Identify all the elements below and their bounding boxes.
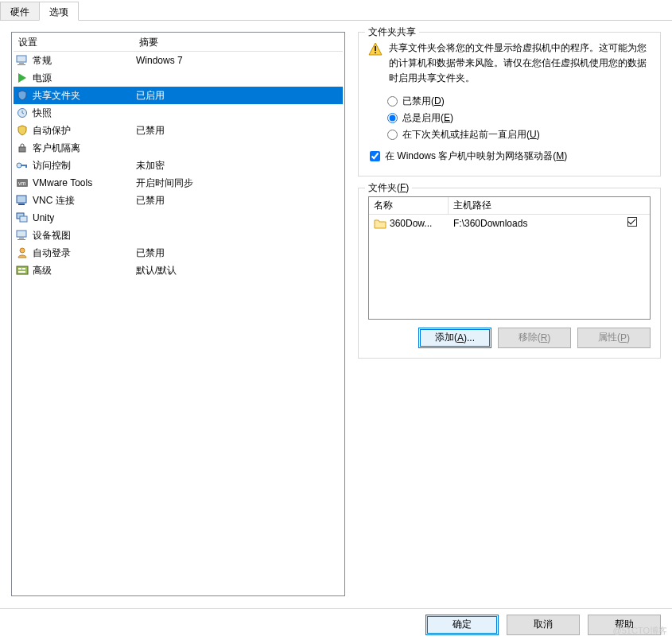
svg-point-18 [20, 248, 25, 253]
svg-rect-0 [17, 56, 26, 62]
row-summary: 开启时间同步 [136, 176, 343, 190]
header-setting[interactable]: 设置 [14, 36, 134, 49]
remove-button[interactable]: 移除(R) [498, 328, 571, 348]
row-label: 高级 [31, 264, 136, 277]
settings-list: 设置 摘要 常规 Windows 7 电源 共享文件夹 已启用 快照 [11, 32, 345, 596]
row-guest-isolation[interactable]: 客户机隔离 [14, 139, 343, 157]
advanced-icon [15, 264, 29, 277]
folder-row-path: F:\360Downloads [449, 215, 627, 232]
row-label: 共享文件夹 [31, 89, 136, 103]
add-button[interactable]: 添加(A)... [418, 328, 491, 348]
folders-group: 文件夹(F) 名称 主机路径 360Dow... F:\360Downloads [358, 188, 661, 359]
svg-rect-17 [17, 239, 25, 240]
shield-folder-icon [15, 89, 29, 102]
row-label: 快照 [31, 107, 136, 120]
user-icon [15, 246, 29, 259]
radio-always-enabled[interactable]: 总是启用(E) [387, 111, 651, 125]
row-summary: 未加密 [136, 159, 343, 173]
vm-icon: vm [15, 176, 29, 189]
row-label: 客户机隔离 [31, 142, 136, 155]
row-autoprotect[interactable]: 自动保护 已禁用 [14, 122, 343, 139]
col-name[interactable]: 名称 [369, 197, 449, 214]
row-general[interactable]: 常规 Windows 7 [14, 52, 343, 69]
row-label: 访问控制 [31, 159, 136, 173]
row-summary: 已禁用 [136, 194, 343, 208]
svg-rect-19 [17, 266, 28, 274]
row-label: Unity [31, 212, 136, 223]
svg-rect-15 [17, 231, 26, 237]
warning-icon [368, 42, 383, 56]
svg-rect-22 [18, 271, 25, 273]
row-summary: Windows 7 [136, 55, 343, 66]
dialog-footer: 确定 取消 帮助 @51CTO博客 [0, 608, 672, 640]
checkbox-checked-icon [627, 217, 637, 227]
folder-row[interactable]: 360Dow... F:\360Downloads [369, 215, 650, 232]
col-path[interactable]: 主机路径 [449, 197, 627, 214]
row-label: 设备视图 [31, 229, 136, 242]
tab-hardware[interactable]: 硬件 [0, 2, 40, 20]
svg-rect-16 [19, 238, 24, 239]
header-summary[interactable]: 摘要 [134, 36, 343, 49]
row-access-control[interactable]: 访问控制 未加密 [14, 157, 343, 174]
row-label: 常规 [31, 54, 136, 68]
radio-until-poweroff[interactable]: 在下次关机或挂起前一直启用(U) [387, 128, 651, 142]
clock-icon [15, 107, 29, 119]
svg-rect-1 [19, 63, 24, 64]
row-autologin[interactable]: 自动登录 已禁用 [14, 244, 343, 262]
folder-row-name: 360Dow... [369, 215, 449, 232]
share-group-title: 文件夹共享 [365, 25, 419, 39]
row-advanced[interactable]: 高级 默认/默认 [14, 262, 343, 279]
radio-until-poweroff-label: 在下次关机或挂起前一直启用(U) [402, 128, 540, 142]
cancel-button[interactable]: 取消 [507, 615, 580, 635]
list-header: 设置 摘要 [14, 34, 343, 52]
check-map-drive-input[interactable] [370, 151, 380, 161]
svg-rect-24 [375, 46, 376, 51]
folder-table[interactable]: 名称 主机路径 360Dow... F:\360Downloads [368, 196, 651, 320]
row-vnc[interactable]: VNC 连接 已禁用 [14, 192, 343, 209]
svg-rect-25 [375, 52, 376, 54]
row-shared-folders[interactable]: 共享文件夹 已启用 [14, 87, 343, 104]
tab-bar: 硬件 选项 [0, 0, 672, 21]
row-device-view[interactable]: 设备视图 [14, 227, 343, 244]
properties-button[interactable]: 属性(P) [577, 328, 651, 348]
help-button[interactable]: 帮助 [588, 615, 661, 635]
check-map-drive[interactable]: 在 Windows 客户机中映射为网络驱动器(M) [370, 149, 651, 163]
monitor-icon [15, 54, 29, 67]
row-summary: 已禁用 [136, 124, 343, 138]
row-unity[interactable]: Unity [14, 209, 343, 227]
row-label: 自动保护 [31, 124, 136, 138]
row-label: 电源 [31, 72, 136, 85]
folder-icon [374, 218, 386, 229]
list-body: 常规 Windows 7 电源 共享文件夹 已启用 快照 自动保护 [14, 52, 343, 279]
row-summary: 已禁用 [136, 246, 343, 260]
radio-always-enabled-input[interactable] [387, 113, 398, 123]
svg-text:vm: vm [18, 180, 26, 186]
unity-icon [15, 211, 29, 224]
right-panel: 文件夹共享 共享文件夹会将您的文件显示给虚拟机中的程序。这可能为您的计算机和数据… [358, 32, 661, 596]
radio-disabled-input[interactable] [387, 96, 398, 107]
svg-rect-11 [17, 196, 26, 203]
check-map-drive-label: 在 Windows 客户机中映射为网络驱动器(M) [385, 149, 567, 163]
row-vmware-tools[interactable]: vm VMware Tools 开启时间同步 [14, 174, 343, 192]
folder-table-header: 名称 主机路径 [369, 197, 650, 215]
row-label: 自动登录 [31, 246, 136, 260]
lock-icon [15, 142, 29, 154]
svg-rect-14 [20, 216, 27, 222]
row-power[interactable]: 电源 [14, 69, 343, 87]
content: 设置 摘要 常规 Windows 7 电源 共享文件夹 已启用 快照 [0, 21, 672, 607]
radio-until-poweroff-input[interactable] [387, 130, 398, 140]
row-label: VMware Tools [31, 177, 136, 188]
svg-rect-20 [18, 268, 21, 270]
row-snapshots[interactable]: 快照 [14, 104, 343, 122]
tab-options[interactable]: 选项 [39, 2, 79, 21]
folder-row-enabled[interactable] [627, 217, 650, 229]
device-icon [15, 229, 29, 242]
radio-disabled[interactable]: 已禁用(D) [387, 95, 651, 108]
folder-buttons: 添加(A)... 移除(R) 属性(P) [368, 328, 651, 348]
warn-row: 共享文件夹会将您的文件显示给虚拟机中的程序。这可能为您的计算机和数据带来风险。请… [368, 41, 651, 87]
ok-button[interactable]: 确定 [425, 615, 499, 635]
radio-disabled-label: 已禁用(D) [402, 95, 445, 108]
row-label: VNC 连接 [31, 194, 136, 208]
share-group: 文件夹共享 共享文件夹会将您的文件显示给虚拟机中的程序。这可能为您的计算机和数据… [358, 32, 661, 176]
shield-icon [15, 124, 29, 137]
